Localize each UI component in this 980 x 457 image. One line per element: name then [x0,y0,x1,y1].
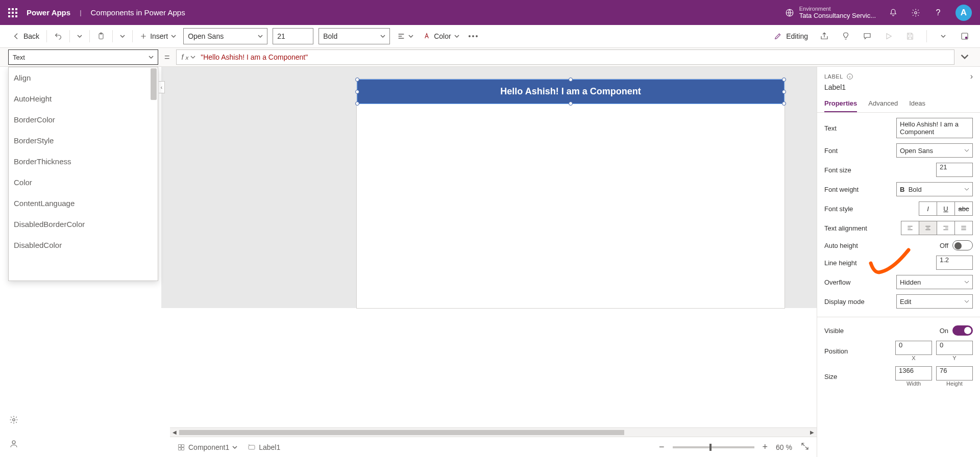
align-left-button[interactable] [901,221,919,235]
position-y-input[interactable]: 0 [936,341,973,355]
user-avatar[interactable]: A [955,5,972,21]
prop-option-color[interactable]: Color [9,172,158,193]
chevron-down-icon [964,187,969,192]
resize-handle[interactable] [355,90,359,94]
collapse-tree-button[interactable]: ‹ [159,81,165,93]
insert-button[interactable]: Insert [138,28,178,44]
position-x-input[interactable]: 0 [895,341,932,355]
prop-option-bordercolor[interactable]: BorderColor [9,109,158,130]
overflow-prop-label: Overflow [824,278,850,286]
prop-option-contentlanguage[interactable]: ContentLanguage [9,193,158,214]
notifications-icon[interactable] [888,8,898,18]
scroll-thumb[interactable] [179,430,624,435]
resize-handle[interactable] [569,78,573,82]
resize-handle[interactable] [355,78,359,82]
expand-formula-button[interactable] [961,53,972,62]
environment-picker[interactable]: Environment Tata Consultancy Servic... [785,6,876,19]
resize-handle[interactable] [782,78,786,82]
tab-ideas[interactable]: Ideas [909,95,925,112]
color-button[interactable]: Color [421,28,461,44]
more-button[interactable]: ••• [467,28,481,44]
comments-icon[interactable] [862,31,872,41]
share-icon[interactable] [819,31,829,41]
prop-option-autoheight[interactable]: AutoHeight [9,88,158,109]
virtual-agent-icon[interactable] [9,439,18,451]
resize-handle[interactable] [569,101,573,106]
save-menu-chevron[interactable] [938,31,948,41]
font-weight-selector[interactable]: Bold [318,28,390,44]
preview-icon[interactable] [884,31,894,41]
tab-advanced[interactable]: Advanced [868,95,898,112]
control-name[interactable]: Label1 [817,83,980,95]
info-icon[interactable] [846,73,853,80]
editing-mode-button[interactable]: Editing [774,32,808,40]
visible-toggle[interactable] [952,325,973,336]
back-button[interactable]: Back [10,28,41,44]
breadcrumb-label[interactable]: Label1 [248,443,280,451]
component-icon [177,443,185,451]
help-icon[interactable]: ? [933,8,943,18]
prop-option-align[interactable]: Align [9,67,158,88]
tab-properties[interactable]: Properties [824,95,857,112]
paste-menu-chevron[interactable] [118,28,127,44]
font-selector[interactable]: Open Sans [183,28,267,44]
strike-button[interactable]: abc [954,201,973,216]
underline-button[interactable]: U [937,201,955,216]
align-right-button[interactable] [937,221,955,235]
prop-option-disabledcolor[interactable]: DisabledColor [9,235,158,256]
chevron-down-icon [408,34,413,39]
scroll-left-icon[interactable]: ◀ [170,429,179,435]
property-selector-value: Text [13,54,25,61]
position-prop-label: Position [824,347,848,355]
zoom-in-button[interactable]: + [763,442,768,452]
zoom-out-button[interactable]: − [659,442,665,452]
line-height-prop-input[interactable]: 1.2 [936,256,973,270]
horizontal-scrollbar[interactable]: ◀ ▶ [170,427,817,437]
component-artboard[interactable]: Hello Ashish! I am a Component [357,79,785,308]
app-launcher-icon[interactable] [8,8,17,17]
scroll-right-icon[interactable]: ▶ [807,429,817,435]
property-selector[interactable]: Text [8,49,158,65]
prop-option-borderthickness[interactable]: BorderThickness [9,151,158,172]
paste-button[interactable] [95,28,107,44]
font-size-input[interactable]: 21 [273,28,313,44]
app-checker-icon[interactable] [841,31,851,41]
font-prop-input[interactable]: Open Sans [896,143,973,158]
prop-option-borderstyle[interactable]: BorderStyle [9,130,158,151]
resize-handle[interactable] [782,90,786,94]
save-icon[interactable] [905,31,915,41]
zoom-slider[interactable] [673,446,754,448]
scrollbar-thumb[interactable] [151,68,157,100]
font-weight-prop-input[interactable]: B Bold [896,182,973,196]
breadcrumb-component[interactable]: Component1 [177,443,237,451]
collapse-panel-button[interactable]: › [970,72,973,81]
prop-option-disabledbordercolor[interactable]: DisabledBorderColor [9,214,158,235]
fit-to-window-button[interactable] [800,442,810,452]
height-input[interactable]: 76 [936,366,973,380]
pencil-icon [774,32,782,40]
app-title: Components in Power Apps [91,8,185,17]
undo-button[interactable] [52,28,64,44]
italic-button[interactable]: I [919,201,937,216]
align-button[interactable] [395,28,415,44]
resize-handle[interactable] [782,101,786,106]
display-mode-prop-input[interactable]: Edit [896,294,973,309]
undo-history-chevron[interactable] [75,28,84,44]
align-center-button[interactable] [919,221,937,235]
text-prop-input[interactable]: Hello Ashish! I am a Component [896,118,973,138]
settings-gear-icon[interactable] [911,8,921,18]
property-dropdown-list[interactable]: Align AutoHeight BorderColor BorderStyle… [8,67,158,281]
resize-handle[interactable] [355,101,359,106]
font-size-prop-input[interactable]: 21 [936,163,973,177]
chevron-down-icon [380,34,385,39]
align-justify-button[interactable] [954,221,973,235]
width-input[interactable]: 1366 [895,366,932,380]
settings-footer-icon[interactable] [9,415,18,427]
overflow-prop-input[interactable]: Hidden [896,275,973,289]
size-prop-label: Size [824,373,837,380]
publish-icon[interactable] [960,31,970,41]
formula-input[interactable]: fx "Hello Ashish! I am a Component" [176,49,954,65]
height-sublabel: Height [936,380,973,387]
selected-label-control[interactable]: Hello Ashish! I am a Component [357,79,785,104]
auto-height-toggle[interactable] [952,240,973,250]
